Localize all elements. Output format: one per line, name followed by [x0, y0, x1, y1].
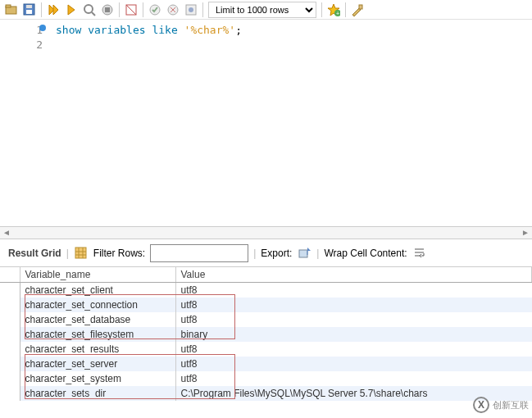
row-header[interactable]: [0, 342, 20, 357]
svg-rect-25: [299, 250, 307, 257]
beautify-icon[interactable]: [349, 2, 366, 18]
cell-variable[interactable]: character_set_database: [20, 312, 175, 327]
autocommit-icon[interactable]: [183, 2, 199, 18]
cell-variable[interactable]: character_set_system: [20, 371, 175, 386]
sql-keyword: variables: [88, 24, 145, 36]
separator: [202, 2, 203, 17]
row-header[interactable]: [0, 371, 20, 386]
cell-value[interactable]: utf8: [175, 357, 532, 371]
horizontal-scrollbar[interactable]: ◄ ►: [0, 226, 532, 239]
filter-input[interactable]: [150, 244, 248, 262]
column-header[interactable]: Variable_name: [20, 267, 175, 283]
row-header[interactable]: [0, 298, 20, 312]
sql-editor[interactable]: 1 2 show variables like '%char%';: [0, 20, 532, 226]
table-row[interactable]: character_set_connectionutf8: [0, 298, 532, 312]
favorite-icon[interactable]: +: [325, 2, 342, 18]
table-row[interactable]: character_sets_dirC:\Program Files\MySQL…: [0, 386, 532, 401]
table-row[interactable]: character_set_clientutf8: [0, 283, 532, 298]
sql-text: ;: [235, 24, 242, 36]
filter-label: Filter Rows:: [93, 248, 145, 259]
svg-rect-4: [26, 5, 32, 8]
cell-variable[interactable]: character_set_results: [20, 342, 175, 357]
svg-rect-3: [26, 10, 32, 14]
row-header[interactable]: [0, 283, 20, 298]
svg-point-5: [84, 5, 93, 13]
svg-rect-1: [6, 5, 11, 7]
commit-off-icon[interactable]: [123, 2, 139, 18]
separator: |: [253, 248, 256, 259]
table-row[interactable]: character_set_serverutf8: [0, 357, 532, 371]
row-header[interactable]: [0, 327, 20, 342]
svg-text:+: +: [336, 11, 339, 16]
execute-current-icon[interactable]: [63, 2, 80, 18]
watermark-text: 创新互联: [493, 399, 529, 411]
svg-line-6: [92, 12, 95, 16]
cell-value[interactable]: utf8: [175, 298, 532, 312]
separator: |: [66, 248, 69, 259]
line-number: 1: [0, 23, 43, 38]
sql-keyword: like: [152, 24, 177, 36]
limit-select[interactable]: Limit to 1000 rows: [208, 2, 316, 18]
commit-icon[interactable]: [147, 2, 163, 18]
result-grid[interactable]: Variable_name Value character_set_client…: [0, 267, 532, 401]
export-icon[interactable]: [297, 246, 311, 261]
separator: [41, 2, 42, 17]
column-header[interactable]: Value: [175, 267, 532, 283]
breakpoint-icon: [39, 25, 46, 31]
line-gutter: 1 2: [0, 20, 49, 226]
svg-rect-20: [75, 248, 86, 258]
rollback-icon[interactable]: [165, 2, 181, 18]
cell-variable[interactable]: character_set_server: [20, 357, 175, 371]
row-header[interactable]: [0, 386, 20, 401]
cell-value[interactable]: utf8: [175, 312, 532, 327]
result-toolbar: Result Grid | Filter Rows: | Export: | W…: [0, 239, 532, 267]
table-row[interactable]: character_set_filesystembinary: [0, 327, 532, 342]
result-grid-label: Result Grid: [8, 248, 61, 259]
wrap-label: Wrap Cell Content:: [324, 248, 407, 259]
cell-variable[interactable]: character_set_client: [20, 283, 175, 298]
table-row[interactable]: character_set_databaseutf8: [0, 312, 532, 327]
explain-icon[interactable]: [81, 2, 98, 18]
cell-value[interactable]: utf8: [175, 371, 532, 386]
cell-variable[interactable]: character_set_connection: [20, 298, 175, 312]
cell-variable[interactable]: character_set_filesystem: [20, 327, 175, 342]
sql-keyword: show: [56, 24, 81, 36]
row-header[interactable]: [0, 357, 20, 371]
watermark-logo-icon: X: [473, 397, 489, 413]
svg-rect-8: [105, 7, 110, 12]
save-icon[interactable]: [21, 2, 38, 18]
separator: [321, 2, 322, 17]
main-toolbar: Limit to 1000 rows +: [0, 0, 532, 20]
watermark: X 创新互联: [473, 397, 529, 413]
svg-point-16: [189, 7, 193, 12]
separator: [345, 2, 346, 17]
open-file-icon[interactable]: [3, 2, 20, 18]
grid-view-icon[interactable]: [74, 246, 89, 261]
row-header-blank: [0, 267, 20, 283]
line-number: 2: [0, 38, 43, 52]
table-row[interactable]: character_set_resultsutf8: [0, 342, 532, 357]
scroll-right-icon[interactable]: ►: [519, 227, 532, 239]
header-row: Variable_name Value: [0, 267, 532, 283]
cell-value[interactable]: utf8: [175, 342, 532, 357]
execute-icon[interactable]: [45, 2, 61, 18]
stop-icon[interactable]: [99, 2, 116, 18]
cell-value[interactable]: binary: [175, 327, 532, 342]
cell-variable[interactable]: character_sets_dir: [20, 386, 175, 401]
separator: |: [316, 248, 319, 259]
scroll-left-icon[interactable]: ◄: [0, 227, 13, 239]
wrap-icon[interactable]: [412, 246, 427, 261]
sql-string: '%char%': [184, 24, 236, 36]
separator: [119, 2, 120, 17]
row-header[interactable]: [0, 312, 20, 327]
export-label: Export:: [261, 248, 292, 259]
table-row[interactable]: character_set_systemutf8: [0, 371, 532, 386]
svg-rect-19: [359, 5, 362, 9]
svg-line-10: [126, 5, 136, 15]
code-area[interactable]: show variables like '%char%';: [49, 20, 532, 226]
cell-value[interactable]: utf8: [175, 283, 532, 298]
separator: [143, 2, 143, 17]
